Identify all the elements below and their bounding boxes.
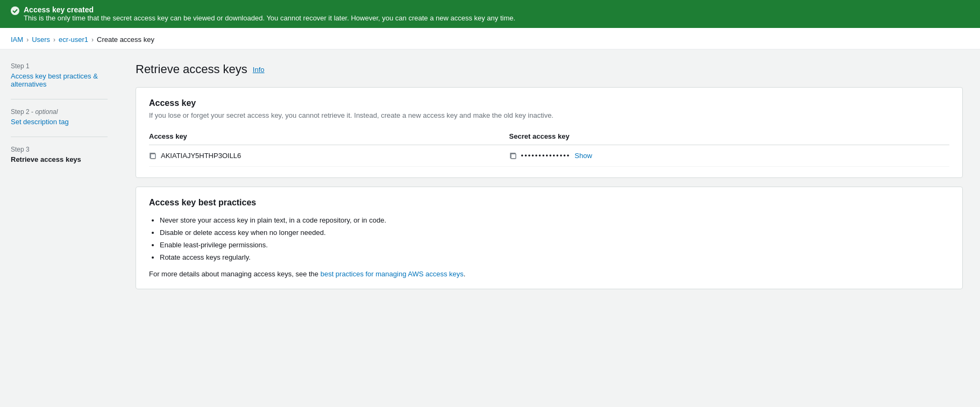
list-item: Enable least-privilege permissions. bbox=[160, 241, 949, 249]
best-practices-link[interactable]: best practices for managing AWS access k… bbox=[321, 270, 464, 278]
success-icon bbox=[11, 6, 19, 15]
list-item: Disable or delete access key when no lon… bbox=[160, 229, 949, 237]
copy-secret-key-icon[interactable] bbox=[509, 152, 517, 160]
main-content: Retrieve access keys Info Access key If … bbox=[118, 49, 980, 404]
page-title-row: Retrieve access keys Info bbox=[136, 62, 963, 76]
copy-access-key-icon[interactable] bbox=[149, 152, 157, 160]
show-secret-link[interactable]: Show bbox=[574, 152, 592, 160]
breadcrumb-sep-3: › bbox=[91, 36, 94, 44]
breadcrumb-sep-2: › bbox=[53, 36, 55, 44]
breadcrumb-sep-1: › bbox=[26, 36, 29, 44]
secret-key-value: •••••••••••••• bbox=[521, 152, 571, 160]
footer-actions: Download .csv file Done bbox=[0, 404, 980, 407]
best-practices-title: Access key best practices bbox=[149, 198, 949, 208]
keys-table: Access key Secret access key bbox=[149, 128, 949, 167]
secret-key-cell: •••••••••••••• Show bbox=[509, 152, 943, 160]
breadcrumb: IAM › Users › ecr-user1 › Create access … bbox=[0, 28, 980, 49]
sidebar-step-1: Step 1 Access key best practices & alter… bbox=[11, 62, 108, 88]
breadcrumb-iam[interactable]: IAM bbox=[11, 35, 23, 44]
step-1-link[interactable]: Access key best practices & alternatives bbox=[11, 72, 108, 88]
breadcrumb-users[interactable]: Users bbox=[32, 35, 50, 44]
sidebar: Step 1 Access key best practices & alter… bbox=[0, 49, 118, 404]
svg-rect-1 bbox=[151, 154, 155, 159]
breadcrumb-current: Create access key bbox=[97, 35, 154, 44]
sidebar-step-3: Step 3 Retrieve access keys bbox=[11, 146, 108, 163]
best-practices-card: Access key best practices Never store yo… bbox=[136, 187, 963, 289]
sidebar-divider-1 bbox=[11, 99, 108, 99]
banner-title: Access key created bbox=[24, 5, 515, 14]
step-2-link[interactable]: Set description tag bbox=[11, 118, 108, 126]
access-key-card: Access key If you lose or forget your se… bbox=[136, 87, 963, 178]
list-item: Never store your access key in plain tex… bbox=[160, 216, 949, 224]
svg-rect-2 bbox=[511, 154, 516, 159]
table-row: AKIATIAJY5HTHP3OILL6 bbox=[149, 145, 949, 167]
sidebar-step-2: Step 2 - optional Set description tag bbox=[11, 108, 108, 126]
col-access-key: Access key bbox=[149, 128, 509, 145]
success-banner: Access key created This is the only time… bbox=[0, 0, 980, 28]
svg-point-0 bbox=[11, 6, 19, 15]
access-key-card-subtitle: If you lose or forget your secret access… bbox=[149, 111, 949, 119]
breadcrumb-ecr-user1[interactable]: ecr-user1 bbox=[59, 35, 88, 44]
step-3-label: Step 3 bbox=[11, 146, 108, 153]
banner-subtitle: This is the only time that the secret ac… bbox=[24, 14, 515, 22]
step-1-label: Step 1 bbox=[11, 62, 108, 70]
step-3-current: Retrieve access keys bbox=[11, 155, 108, 163]
page-title: Retrieve access keys bbox=[136, 62, 247, 76]
access-key-value: AKIATIAJY5HTHP3OILL6 bbox=[161, 152, 241, 160]
sidebar-divider-2 bbox=[11, 137, 108, 137]
best-practices-note: For more details about managing access k… bbox=[149, 270, 949, 278]
best-practices-list: Never store your access key in plain tex… bbox=[149, 216, 949, 261]
info-link[interactable]: Info bbox=[253, 66, 265, 74]
list-item: Rotate access keys regularly. bbox=[160, 253, 949, 261]
access-key-cell: AKIATIAJY5HTHP3OILL6 bbox=[149, 152, 503, 160]
col-secret-key: Secret access key bbox=[509, 128, 949, 145]
access-key-card-title: Access key bbox=[149, 98, 949, 108]
step-2-label: Step 2 - optional bbox=[11, 108, 108, 116]
